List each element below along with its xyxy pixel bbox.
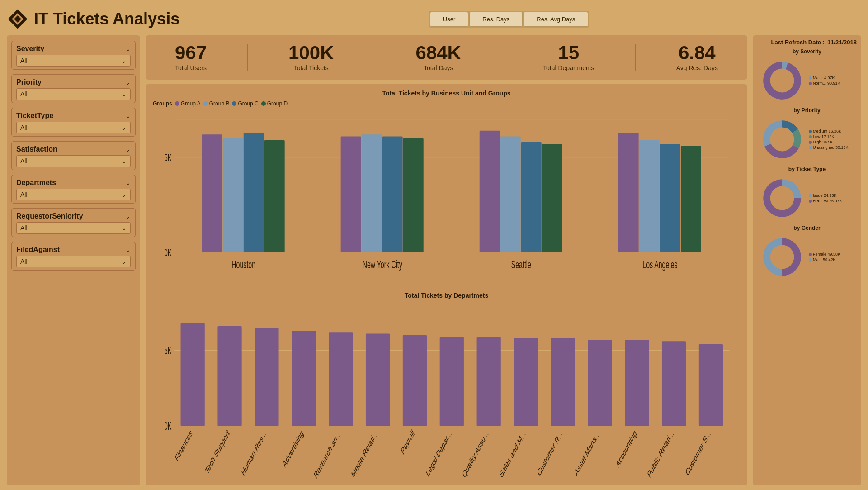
donut-section-0: by SeverityMajor 4.97KNorm... 90.91K — [757, 48, 857, 105]
filter-header-6: FiledAgainst ⌄ — [16, 246, 131, 254]
donut-svg-1 — [757, 114, 807, 164]
svg-text:0K: 0K — [164, 420, 171, 432]
donut-section-2: by Ticket TypeIssue 24.93KRequest 75.07K — [757, 166, 857, 223]
svg-text:Payroll: Payroll — [400, 427, 415, 457]
kpi-divider-4 — [635, 44, 636, 71]
svg-text:5K: 5K — [164, 344, 171, 356]
filter-select-1[interactable]: All ⌄ — [16, 88, 131, 100]
svg-rect-48 — [477, 337, 501, 426]
kpi-item-2: 684K Total Days — [416, 43, 461, 71]
donut-label-0-1: Norm... 90.91K — [809, 81, 857, 86]
svg-rect-11 — [264, 140, 285, 252]
res-days-button[interactable]: Res. Days — [469, 12, 523, 27]
svg-rect-26 — [681, 146, 701, 253]
kpi-label-1: Total Tickets — [288, 64, 334, 71]
filter-select-4[interactable]: All ⌄ — [16, 189, 131, 200]
donut-label-2-0: Issue 24.93K — [809, 193, 857, 198]
charts-area: Total Tickets by Business Unit and Group… — [146, 84, 747, 485]
donut-section-3: by GenderFemale 49.58KMale 50.42K — [757, 225, 857, 282]
filter-chevron-4: ⌄ — [125, 179, 131, 186]
kpi-item-3: 15 Total Departments — [543, 43, 594, 71]
legend-b: Group B — [203, 100, 230, 107]
res-avg-days-button[interactable]: Res. Avg Days — [524, 12, 588, 27]
svg-rect-10 — [244, 133, 264, 252]
legend-c: Group C — [232, 100, 258, 107]
svg-text:Finances: Finances — [174, 427, 193, 463]
svg-rect-24 — [639, 140, 660, 252]
svg-text:0K: 0K — [164, 247, 171, 258]
kpi-row: 967 Total Users 100K Total Tickets 684K … — [146, 35, 747, 80]
svg-rect-46 — [440, 337, 464, 426]
svg-rect-16 — [403, 138, 424, 252]
kpi-item-4: 6.84 Avg Res. Days — [676, 43, 718, 71]
filter-tickettype[interactable]: TicketType ⌄ All ⌄ — [11, 108, 136, 137]
donut-title-3: by Gender — [793, 225, 820, 231]
svg-text:Asset Mana...: Asset Mana... — [573, 427, 601, 478]
filter-label-1: Priority — [16, 78, 42, 86]
kpi-divider-3 — [502, 44, 502, 71]
filter-select-0[interactable]: All ⌄ — [16, 55, 131, 67]
filter-select-3[interactable]: All ⌄ — [16, 155, 131, 167]
filter-requestorseniority[interactable]: RequestorSeniority ⌄ All ⌄ — [11, 208, 136, 237]
donut-svg-0 — [757, 56, 807, 105]
kpi-label-3: Total Departments — [543, 64, 594, 71]
svg-rect-54 — [588, 339, 612, 426]
filter-satisfaction[interactable]: Satisfaction ⌄ All ⌄ — [11, 141, 136, 170]
svg-text:Tech Support: Tech Support — [204, 427, 231, 476]
filter-severity[interactable]: Severity ⌄ All ⌄ — [11, 41, 136, 70]
sidebar: Severity ⌄ All ⌄ Priority ⌄ All ⌄ Ticket… — [7, 35, 140, 485]
svg-text:Customer R...: Customer R... — [536, 427, 564, 478]
donut-svg-3 — [757, 232, 807, 282]
svg-rect-8 — [202, 134, 222, 252]
kpi-divider-1 — [247, 44, 248, 71]
donut-labels-2: Issue 24.93KRequest 75.07K — [809, 193, 857, 203]
filter-chevron-6: ⌄ — [125, 246, 131, 253]
filter-departmets[interactable]: Departmets ⌄ All ⌄ — [11, 175, 136, 204]
donut-row-2: Issue 24.93KRequest 75.07K — [757, 173, 857, 223]
svg-rect-23 — [618, 133, 639, 252]
donut-label-0-0: Major 4.97K — [809, 76, 857, 80]
svg-rect-56 — [625, 339, 649, 426]
page-title: IT Tickets Analysis — [34, 10, 179, 29]
main-container: IT Tickets Analysis User Res. Days Res. … — [0, 0, 868, 490]
svg-text:Legal Depar...: Legal Depar... — [425, 427, 453, 478]
filter-label-4: Departmets — [16, 179, 56, 187]
kpi-item-1: 100K Total Tickets — [288, 43, 334, 71]
filter-select-2[interactable]: All ⌄ — [16, 122, 131, 133]
filter-select-5[interactable]: All ⌄ — [16, 222, 131, 234]
donut-row-1: Medium 16.26KLow 17.12KHigh 36.5KUnassig… — [757, 114, 857, 164]
kpi-value-0: 967 — [175, 43, 207, 62]
svg-rect-38 — [292, 330, 316, 426]
filter-label-6: FiledAgainst — [16, 246, 60, 254]
svg-rect-32 — [181, 323, 205, 426]
legend-a: Group A — [175, 100, 201, 107]
filter-chevron-2: ⌄ — [125, 112, 131, 119]
svg-text:Human Res...: Human Res... — [240, 427, 268, 478]
svg-rect-36 — [255, 328, 278, 426]
kpi-label-2: Total Days — [416, 64, 461, 71]
svg-rect-25 — [660, 144, 680, 252]
header-left: IT Tickets Analysis — [7, 8, 179, 30]
svg-text:5K: 5K — [164, 152, 171, 163]
filter-header-2: TicketType ⌄ — [16, 112, 131, 120]
filter-header-3: Satisfaction ⌄ — [16, 145, 131, 153]
donut-labels-3: Female 49.58KMale 50.42K — [809, 252, 857, 262]
filter-priority[interactable]: Priority ⌄ All ⌄ — [11, 74, 136, 103]
kpi-value-4: 6.84 — [676, 43, 718, 62]
refresh-label: Last Refresh Date : — [771, 39, 824, 46]
chart1-legend: Groups Group A Group B Group C Group D — [153, 100, 740, 107]
user-button[interactable]: User — [430, 12, 468, 27]
donut-label-3-0: Female 49.58K — [809, 252, 857, 257]
kpi-label-0: Total Users — [175, 64, 207, 71]
filter-select-6[interactable]: All ⌄ — [16, 256, 131, 267]
chart1-svg: 5K0KHoustonNew York CitySeattleLos Angel… — [153, 110, 740, 288]
svg-rect-19 — [500, 136, 521, 252]
filter-filedagainst[interactable]: FiledAgainst ⌄ All ⌄ — [11, 242, 136, 271]
donut-labels-1: Medium 16.26KLow 17.12KHigh 36.5KUnassig… — [809, 129, 857, 150]
svg-text:Public Relati...: Public Relati... — [646, 427, 675, 480]
svg-text:Research an...: Research an... — [313, 427, 342, 480]
svg-text:Advertising: Advertising — [282, 427, 305, 470]
svg-rect-42 — [366, 333, 390, 426]
donut-row-3: Female 49.58KMale 50.42K — [757, 232, 857, 282]
chart1-container: 5K0KHoustonNew York CitySeattleLos Angel… — [153, 110, 740, 288]
